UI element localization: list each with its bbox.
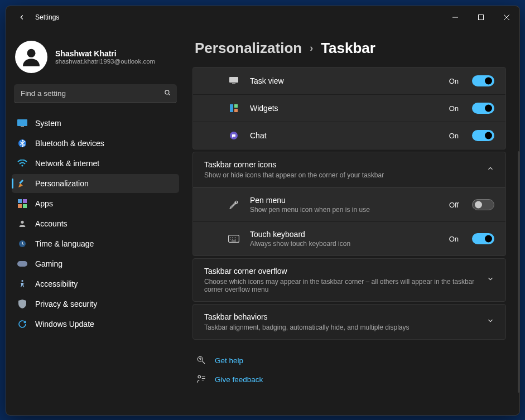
setting-desc: Show pen menu icon when pen is in use [250, 206, 440, 214]
svg-rect-9 [23, 199, 27, 203]
setting-label: Touch keyboard [250, 230, 440, 239]
close-button[interactable] [494, 8, 519, 26]
chat-icon [228, 131, 240, 140]
svg-point-6 [21, 165, 23, 166]
scrollbar[interactable] [518, 151, 519, 393]
setting-touch-keyboard[interactable]: Touch keyboard Always show touch keyboar… [193, 221, 505, 255]
svg-rect-17 [232, 83, 235, 84]
get-help-link[interactable]: Get help [196, 355, 506, 365]
section-desc: Taskbar alignment, badging, automaticall… [204, 324, 478, 331]
update-icon [17, 319, 27, 329]
sidebar-item-accessibility[interactable]: Accessibility [12, 274, 179, 293]
sidebar-item-label: Network & internet [35, 159, 99, 168]
setting-chat[interactable]: Chat On [193, 122, 505, 149]
svg-rect-3 [17, 119, 27, 126]
breadcrumb-parent[interactable]: Personalization [195, 40, 302, 57]
sidebar-item-bluetooth[interactable]: Bluetooth & devices [12, 134, 179, 153]
sidebar-item-network[interactable]: Network & internet [12, 154, 179, 173]
toggle-widgets[interactable] [472, 103, 494, 114]
minimize-button[interactable] [442, 8, 468, 26]
section-corner-icons[interactable]: Taskbar corner icons Show or hide icons … [192, 152, 506, 187]
give-feedback-link[interactable]: Give feedback [196, 374, 506, 384]
svg-rect-19 [234, 104, 238, 108]
profile-email: shashwat.khatri1993@outlook.com [55, 58, 155, 65]
breadcrumb: Personalization › Taskbar [192, 40, 506, 57]
toggle-pen-menu[interactable] [472, 199, 494, 210]
profile[interactable]: Shashwat Khatri shashwat.khatri1993@outl… [12, 35, 179, 82]
sidebar-item-label: Apps [35, 199, 53, 208]
section-title: Taskbar corner overflow [204, 267, 478, 276]
keyboard-icon [228, 235, 240, 243]
link-label: Get help [215, 356, 243, 365]
shield-icon [17, 299, 27, 309]
toggle-state: Off [449, 201, 459, 209]
svg-rect-11 [23, 204, 27, 208]
back-button[interactable] [14, 9, 30, 25]
svg-point-25 [198, 375, 201, 378]
setting-task-view[interactable]: Task view On [193, 67, 505, 94]
paint-icon [17, 178, 27, 189]
toggle-state: On [449, 235, 459, 243]
taskbar-items-group: Task view On Widgets On Chat On [192, 67, 506, 149]
wifi-icon [17, 158, 27, 168]
accounts-icon [17, 219, 27, 229]
setting-label: Chat [250, 131, 440, 140]
sidebar-item-system[interactable]: System [12, 114, 179, 133]
apps-icon [17, 199, 27, 209]
sidebar-item-label: Privacy & security [35, 300, 97, 308]
chevron-right-icon: › [310, 42, 313, 54]
maximize-button[interactable] [468, 8, 494, 26]
svg-rect-4 [21, 126, 24, 127]
section-corner-overflow[interactable]: Taskbar corner overflow Choose which ico… [192, 258, 506, 302]
sidebar-item-label: Accessibility [35, 279, 78, 288]
toggle-task-view[interactable] [472, 75, 494, 86]
search-input[interactable] [14, 84, 177, 103]
svg-rect-10 [18, 204, 22, 208]
sidebar-item-privacy[interactable]: Privacy & security [12, 295, 179, 313]
titlebar: Settings [6, 6, 519, 28]
sidebar-item-apps[interactable]: Apps [12, 194, 179, 213]
sidebar-item-label: Windows Update [35, 320, 94, 329]
breadcrumb-current: Taskbar [321, 40, 375, 57]
chevron-down-icon [487, 275, 494, 285]
nav: System Bluetooth & devices Network & int… [12, 113, 179, 334]
gaming-icon [17, 259, 27, 269]
help-icon [196, 355, 207, 365]
system-icon [17, 118, 27, 128]
taskview-icon [228, 77, 240, 85]
svg-rect-16 [229, 77, 238, 83]
main-content: Personalization › Taskbar Task view On W… [185, 28, 519, 415]
sidebar-item-time[interactable]: Time & language [12, 234, 179, 253]
toggle-state: On [449, 132, 459, 140]
sidebar-item-label: Bluetooth & devices [35, 139, 104, 148]
toggle-state: On [449, 77, 459, 85]
sidebar-item-gaming[interactable]: Gaming [12, 254, 179, 273]
section-behaviors[interactable]: Taskbar behaviors Taskbar alignment, bad… [192, 304, 506, 340]
svg-point-24 [198, 356, 203, 361]
toggle-state: On [449, 104, 459, 113]
pen-icon [228, 200, 240, 210]
svg-rect-18 [230, 104, 233, 112]
sidebar-item-label: Gaming [35, 259, 62, 268]
settings-window: Settings Shashwat Khatri shashwat.kha [6, 6, 520, 416]
svg-rect-14 [17, 261, 27, 267]
toggle-chat[interactable] [472, 130, 494, 141]
svg-point-2 [165, 90, 169, 94]
sidebar-item-update[interactable]: Windows Update [12, 315, 179, 334]
setting-pen-menu[interactable]: Pen menu Show pen menu icon when pen is … [193, 188, 505, 221]
window-controls [442, 8, 519, 26]
bluetooth-icon [17, 138, 27, 148]
corner-icons-group: Pen menu Show pen menu icon when pen is … [192, 187, 506, 256]
svg-point-12 [21, 221, 23, 224]
svg-rect-7 [19, 180, 23, 184]
section-desc: Choose which icons may appear in the tas… [204, 278, 478, 293]
setting-label: Task view [250, 76, 440, 85]
sidebar-item-accounts[interactable]: Accounts [12, 214, 179, 233]
setting-widgets[interactable]: Widgets On [193, 94, 505, 122]
sidebar-item-personalization[interactable]: Personalization [12, 174, 179, 193]
clock-icon [17, 239, 27, 249]
toggle-touch-keyboard[interactable] [472, 233, 494, 244]
svg-rect-0 [479, 15, 484, 20]
sidebar: Shashwat Khatri shashwat.khatri1993@outl… [6, 28, 185, 415]
sidebar-item-label: Accounts [35, 219, 68, 228]
